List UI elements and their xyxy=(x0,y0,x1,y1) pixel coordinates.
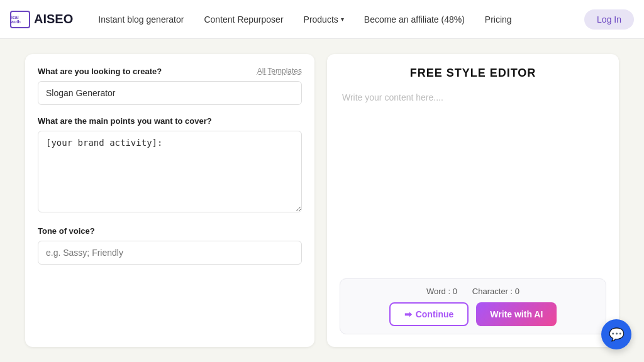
all-templates-link[interactable]: All Templates xyxy=(257,67,302,75)
nav-content-repurposer[interactable]: Content Repurposer xyxy=(194,0,293,39)
field3-label: Tone of voice? xyxy=(38,226,302,236)
editor-title: FREE STYLE EDITOR xyxy=(340,67,606,80)
main-content: All Templates What are you looking to cr… xyxy=(0,39,644,362)
nav-products[interactable]: Products ▾ xyxy=(294,0,354,39)
chevron-down-icon: ▾ xyxy=(341,16,344,23)
continue-label: Continue xyxy=(416,309,454,319)
nav-affiliate[interactable]: Become an affiliate (48%) xyxy=(354,0,475,39)
editor-area[interactable]: Write your content here.... xyxy=(340,90,606,278)
continue-button[interactable]: ➡ Continue xyxy=(389,302,469,326)
logo-text: AISEO xyxy=(34,12,73,26)
tone-input[interactable] xyxy=(38,241,302,265)
chat-bubble[interactable]: 💬 xyxy=(601,319,631,349)
right-panel: FREE STYLE EDITOR Write your content her… xyxy=(327,54,619,347)
create-input[interactable] xyxy=(38,81,302,105)
form-group-points: What are the main points you want to cov… xyxy=(38,116,302,215)
left-panel: All Templates What are you looking to cr… xyxy=(25,54,314,347)
logo-box-text: ical auth xyxy=(11,15,29,24)
nav-pricing[interactable]: Pricing xyxy=(475,0,522,39)
stats-row: Word : 0 Character : 0 xyxy=(426,287,519,296)
buttons-row: ➡ Continue Write with AI xyxy=(389,302,557,326)
word-count: Word : 0 xyxy=(426,287,457,296)
nav-links: Instant blog generator Content Repurpose… xyxy=(88,0,579,39)
write-ai-button[interactable]: Write with AI xyxy=(476,302,557,326)
navbar: ical auth AISEO Instant blog generator C… xyxy=(0,0,644,39)
points-textarea[interactable] xyxy=(38,131,302,212)
nav-instant-blog[interactable]: Instant blog generator xyxy=(88,0,194,39)
chat-icon: 💬 xyxy=(609,327,625,342)
continue-icon: ➡ xyxy=(404,309,412,319)
editor-placeholder: Write your content here.... xyxy=(342,92,443,102)
logo-box: ical auth xyxy=(10,11,30,28)
logo[interactable]: ical auth AISEO xyxy=(10,11,73,28)
field2-label: What are the main points you want to cov… xyxy=(38,116,302,126)
nav-products-label: Products xyxy=(304,14,338,25)
character-count: Character : 0 xyxy=(472,287,519,296)
editor-footer: Word : 0 Character : 0 ➡ Continue Write … xyxy=(340,278,606,334)
form-group-tone: Tone of voice? xyxy=(38,226,302,265)
login-button[interactable]: Log In xyxy=(584,9,634,30)
